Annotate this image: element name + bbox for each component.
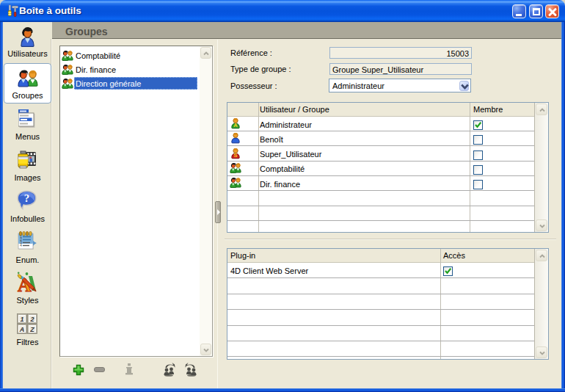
svg-text:Z: Z bbox=[29, 326, 34, 333]
svg-text:1: 1 bbox=[20, 316, 23, 323]
svg-text:A: A bbox=[19, 326, 25, 333]
svg-text:2: 2 bbox=[29, 316, 34, 323]
svg-text:S: S bbox=[233, 152, 237, 159]
svg-text:?: ? bbox=[24, 192, 30, 204]
svg-text:A: A bbox=[233, 122, 238, 128]
svg-text:4: 4 bbox=[20, 244, 22, 247]
